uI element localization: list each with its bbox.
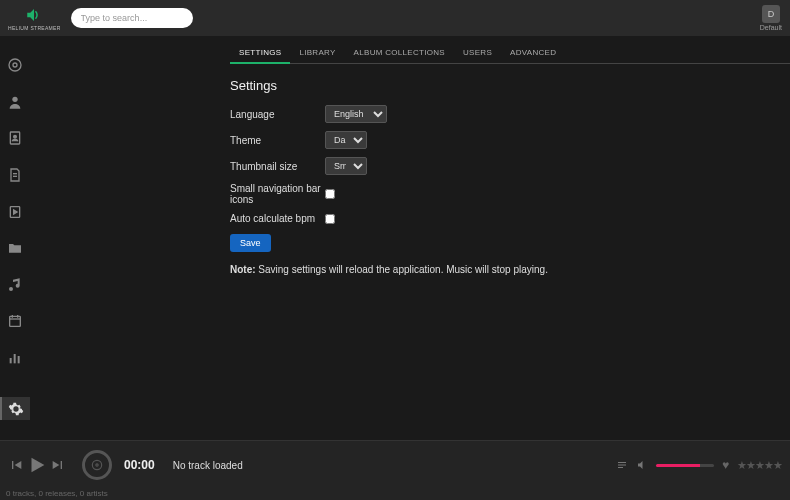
- tab-users[interactable]: USERS: [454, 44, 501, 63]
- sidebar-item-settings[interactable]: [0, 397, 30, 420]
- gear-icon: [8, 401, 24, 417]
- bar-chart-icon: [7, 350, 23, 366]
- svg-marker-8: [14, 210, 17, 214]
- row-theme: Theme Dark: [230, 131, 790, 149]
- music-note-icon: [7, 277, 23, 293]
- search-input[interactable]: [71, 8, 193, 28]
- svg-rect-9: [10, 317, 21, 327]
- disc-small-icon: [90, 458, 104, 472]
- svg-point-4: [14, 136, 17, 139]
- prev-icon[interactable]: [8, 457, 24, 473]
- sidebar-item-user[interactable]: [0, 91, 30, 114]
- svg-rect-15: [18, 356, 20, 363]
- sidebar-item-folder[interactable]: [0, 237, 30, 260]
- queue-icon[interactable]: [616, 459, 628, 471]
- label-auto-bpm: Auto calculate bpm: [230, 213, 325, 224]
- play-file-icon: [7, 204, 23, 220]
- tab-settings[interactable]: SETTINGS: [230, 44, 290, 64]
- folder-icon: [7, 240, 23, 256]
- tabs: SETTINGS LIBRARY ALBUM COLLECTIONS USERS…: [230, 44, 790, 64]
- time-display: 00:00: [124, 458, 155, 472]
- disc-icon: [7, 57, 23, 73]
- address-book-icon: [7, 130, 23, 146]
- brand-logo: HELIUM STREAMER: [8, 6, 61, 31]
- page-title: Settings: [230, 78, 790, 93]
- speaker-icon: [25, 6, 43, 24]
- now-playing-art: [82, 450, 112, 480]
- avatar: D: [762, 5, 780, 23]
- svg-rect-14: [14, 354, 16, 363]
- svg-point-16: [92, 460, 101, 469]
- sidebar-item-document[interactable]: [0, 164, 30, 187]
- tab-library[interactable]: LIBRARY: [290, 44, 344, 63]
- volume-slider[interactable]: [656, 464, 714, 467]
- brand-line1: HELIUM: [8, 25, 29, 31]
- user-menu[interactable]: D Default: [760, 5, 782, 31]
- select-theme[interactable]: Dark: [325, 131, 367, 149]
- transport-controls: [8, 454, 66, 476]
- play-icon[interactable]: [26, 454, 48, 476]
- svg-point-2: [12, 97, 17, 102]
- sidebar-item-contacts[interactable]: [0, 127, 30, 150]
- note-prefix: Note:: [230, 264, 256, 275]
- select-language[interactable]: English: [325, 105, 387, 123]
- calendar-icon: [7, 313, 23, 329]
- player-bar: 00:00 No track loaded ♥ ★★★★★ 0 tracks, …: [0, 440, 790, 500]
- sidebar-item-calendar[interactable]: [0, 310, 30, 333]
- row-auto-bpm: Auto calculate bpm: [230, 213, 790, 224]
- checkbox-auto-bpm[interactable]: [325, 214, 335, 224]
- track-status: No track loaded: [173, 460, 243, 471]
- row-small-nav: Small navigation bar icons: [230, 183, 790, 205]
- player-right-controls: ♥ ★★★★★: [616, 458, 782, 472]
- note-text: Note: Saving settings will reload the ap…: [230, 264, 790, 275]
- sidebar-item-music[interactable]: [0, 274, 30, 297]
- label-thumbnail: Thumbnail size: [230, 161, 325, 172]
- sidebar-item-playlist[interactable]: [0, 200, 30, 223]
- label-small-nav: Small navigation bar icons: [230, 183, 325, 205]
- next-icon[interactable]: [50, 457, 66, 473]
- volume-icon[interactable]: [636, 459, 648, 471]
- user-icon: [7, 94, 23, 110]
- library-count: 0 tracks, 0 releases, 0 artists: [0, 489, 790, 500]
- row-thumbnail: Thumbnail size Small: [230, 157, 790, 175]
- tab-advanced[interactable]: ADVANCED: [501, 44, 565, 63]
- main-content: SETTINGS LIBRARY ALBUM COLLECTIONS USERS…: [30, 36, 790, 440]
- row-language: Language English: [230, 105, 790, 123]
- tab-album-collections[interactable]: ALBUM COLLECTIONS: [345, 44, 454, 63]
- rating-stars[interactable]: ★★★★★: [737, 459, 782, 472]
- save-button[interactable]: Save: [230, 234, 271, 252]
- sidebar-item-stats[interactable]: [0, 347, 30, 370]
- svg-rect-13: [10, 358, 12, 363]
- document-icon: [7, 167, 23, 183]
- svg-point-1: [13, 63, 17, 67]
- svg-point-0: [9, 59, 21, 71]
- sidebar: [0, 36, 30, 440]
- sidebar-item-disc[interactable]: [0, 54, 30, 77]
- app-header: HELIUM STREAMER D Default: [0, 0, 790, 36]
- checkbox-small-nav[interactable]: [325, 189, 335, 199]
- label-language: Language: [230, 109, 325, 120]
- user-label: Default: [760, 24, 782, 31]
- favorite-icon[interactable]: ♥: [722, 458, 729, 472]
- label-theme: Theme: [230, 135, 325, 146]
- select-thumbnail[interactable]: Small: [325, 157, 367, 175]
- note-body: Saving settings will reload the applicat…: [256, 264, 548, 275]
- brand-line2: STREAMER: [30, 25, 60, 31]
- svg-point-17: [96, 464, 98, 466]
